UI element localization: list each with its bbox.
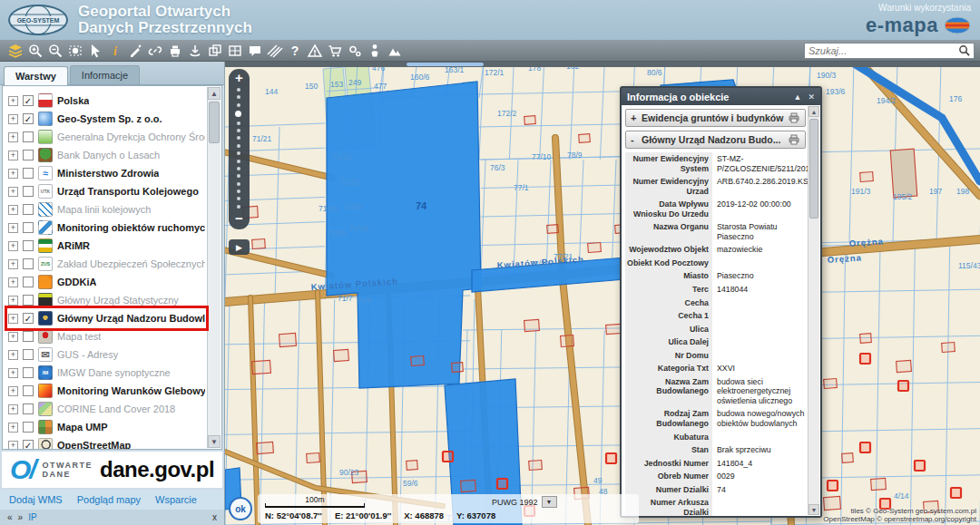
search-icon[interactable] xyxy=(958,44,970,56)
search-input[interactable] xyxy=(808,45,958,56)
panel-scrollbar[interactable]: ▲ ▼ xyxy=(808,106,819,515)
tool-info[interactable]: i xyxy=(105,42,124,60)
tool-draw[interactable] xyxy=(125,42,144,60)
layer-row-corine[interactable]: +CORINE Land Cover 2018 xyxy=(8,400,205,418)
zoom-level-dot[interactable] xyxy=(237,151,240,155)
tool-split-view[interactable] xyxy=(225,42,244,60)
map-horizontal-scrollbar[interactable] xyxy=(225,62,980,67)
section-toggle-1[interactable]: -Główny Urząd Nadzoru Budo... xyxy=(625,131,806,149)
expand-icon[interactable]: + xyxy=(8,441,18,451)
zoom-level-dot[interactable] xyxy=(237,144,240,148)
layer-checkbox[interactable] xyxy=(23,349,34,360)
info-panel-header[interactable]: Informacja o obiekcie ▲ ✕ xyxy=(622,88,820,105)
layer-row-gddkia[interactable]: +GDDKiA xyxy=(8,273,205,291)
layer-checkbox[interactable] xyxy=(23,403,34,414)
tool-cart[interactable] xyxy=(325,42,344,60)
layer-row-ruchome[interactable]: +Monitoring obiektów ruchomych xyxy=(8,219,205,237)
zoom-level-dot[interactable] xyxy=(237,160,240,163)
tool-download[interactable] xyxy=(185,42,204,60)
expand-icon[interactable]: + xyxy=(8,114,18,124)
section-expand-icon[interactable]: + xyxy=(631,112,642,123)
panel-collapse-icon[interactable]: ▲ xyxy=(794,92,802,102)
layer-row-koleje[interactable]: +Mapa linii kolejowych xyxy=(8,200,205,219)
tool-report[interactable] xyxy=(305,42,324,60)
scroll-up-icon[interactable]: ▲ xyxy=(208,87,220,100)
map-area[interactable]: 144150153249476477160/6163/1172/11781828… xyxy=(225,62,980,525)
expand-icon[interactable]: + xyxy=(8,332,18,342)
section-toggle-0[interactable]: +Ewidencja gruntów i budynków xyxy=(625,109,806,127)
expand-icon[interactable]: + xyxy=(8,368,18,378)
expand-icon[interactable]: + xyxy=(8,187,18,197)
layer-row-adresy[interactable]: +✉GUS - Adresy xyxy=(8,345,205,364)
tool-terrain[interactable] xyxy=(385,42,404,60)
sidebar-collapse-button[interactable]: ▶ xyxy=(229,239,250,255)
zoom-level-dot[interactable] xyxy=(235,111,241,117)
scroll-thumb[interactable] xyxy=(209,102,220,143)
layer-checkbox[interactable] xyxy=(23,258,34,269)
expand-icon[interactable]: + xyxy=(8,132,18,142)
zoom-level-dot[interactable] xyxy=(237,136,240,140)
layer-row-mapatest[interactable]: +Mapa test xyxy=(8,327,205,345)
next-arrow[interactable]: » xyxy=(18,512,24,522)
zoom-level-dot[interactable] xyxy=(237,190,240,193)
zoom-in-button[interactable]: + xyxy=(235,72,243,84)
expand-icon[interactable]: + xyxy=(8,404,18,414)
zoom-level-dot[interactable] xyxy=(237,205,240,209)
projection-dropdown[interactable]: ▼ xyxy=(542,496,557,508)
expand-icon[interactable]: + xyxy=(8,223,18,233)
layer-checkbox[interactable] xyxy=(23,385,34,396)
tool-zoom-out[interactable] xyxy=(45,42,64,60)
tool-settings[interactable] xyxy=(345,42,364,60)
layer-row-zus[interactable]: +ZUSZakład Ubezpieczeń Społecznych xyxy=(8,255,205,273)
expand-icon[interactable]: + xyxy=(8,259,18,269)
layer-row-utk[interactable]: +UTKUrząd Transportu Kolejowego xyxy=(8,182,205,200)
zoom-out-button[interactable]: − xyxy=(235,212,243,225)
layer-row-arimr[interactable]: +ARiMR xyxy=(8,237,205,255)
ok-button[interactable]: ok xyxy=(229,497,252,520)
expand-icon[interactable]: + xyxy=(8,296,18,306)
tool-help[interactable]: ? xyxy=(285,42,304,60)
panel-scroll-up-icon[interactable]: ▲ xyxy=(808,106,819,117)
layer-row-ump[interactable]: +Mapa UMP xyxy=(8,418,205,436)
layer-checkbox[interactable]: ✓ xyxy=(23,440,34,450)
layer-checkbox[interactable]: ✓ xyxy=(23,313,34,324)
tool-print[interactable] xyxy=(165,42,184,60)
zoom-level-dot[interactable] xyxy=(237,167,240,170)
ip-link[interactable]: IP xyxy=(28,512,36,522)
panel-scroll-down-icon[interactable]: ▼ xyxy=(808,504,819,515)
footer-link-dodaj-wms[interactable]: Dodaj WMS xyxy=(9,494,63,505)
layer-list-scrollbar[interactable]: ▲ ▼ xyxy=(207,87,220,448)
tool-link[interactable] xyxy=(145,42,164,60)
expand-icon[interactable]: + xyxy=(8,350,18,360)
tool-comment[interactable] xyxy=(245,42,264,60)
layer-checkbox[interactable]: ✓ xyxy=(23,95,34,106)
layer-checkbox[interactable] xyxy=(23,168,34,179)
section-expand-icon[interactable]: - xyxy=(631,134,642,145)
print-section-icon[interactable] xyxy=(788,112,800,123)
tool-measure[interactable] xyxy=(265,42,284,60)
tool-pointer[interactable] xyxy=(85,42,104,60)
terms-link[interactable]: Warunki wykorzystania xyxy=(866,3,971,13)
expand-icon[interactable]: + xyxy=(8,96,18,106)
footer-link-wsparcie[interactable]: Wsparcie xyxy=(155,494,197,505)
expand-icon[interactable]: + xyxy=(8,205,18,215)
hscroll-thumb[interactable] xyxy=(407,63,484,66)
expand-icon[interactable]: + xyxy=(8,277,18,287)
zoom-level-dot[interactable] xyxy=(237,174,240,178)
panel-close-icon[interactable]: ✕ xyxy=(808,92,815,102)
expand-icon[interactable]: + xyxy=(8,423,18,433)
dane-gov-banner[interactable]: O/ OTWARTEDANE dane.gov.pl xyxy=(2,452,222,488)
layer-checkbox[interactable] xyxy=(23,295,34,306)
layer-row-gus[interactable]: +Główny Urząd Statystyczny xyxy=(8,291,205,309)
footer-link-podgląd-mapy[interactable]: Podgląd mapy xyxy=(77,494,141,505)
tool-street-view[interactable] xyxy=(365,42,384,60)
layer-checkbox[interactable] xyxy=(23,131,34,142)
layer-checkbox[interactable] xyxy=(23,222,34,233)
layer-row-geosystem[interactable]: +✓Geo-System Sp. z o.o. xyxy=(8,110,205,128)
expand-icon[interactable]: + xyxy=(8,169,18,179)
layer-row-gleby[interactable]: +Monitoring Warunków Glebowych xyxy=(8,382,205,400)
zoom-level-dot[interactable] xyxy=(237,88,240,92)
layer-checkbox[interactable] xyxy=(23,277,34,287)
sidebar-close-button[interactable]: x xyxy=(212,512,217,522)
layer-row-polska[interactable]: +✓Polska xyxy=(8,92,205,110)
